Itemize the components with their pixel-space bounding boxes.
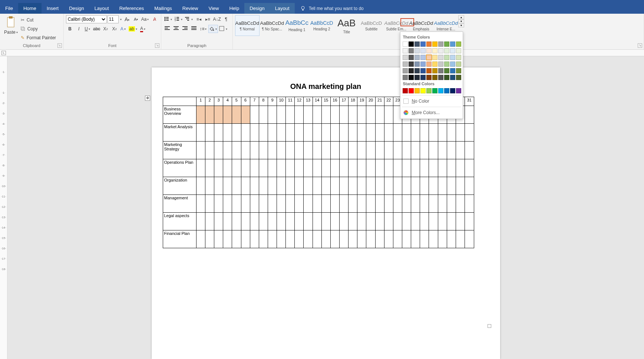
- plan-cell[interactable]: [411, 195, 420, 213]
- plan-cell[interactable]: [196, 230, 205, 248]
- plan-cell[interactable]: [438, 159, 447, 177]
- color-swatch[interactable]: [432, 62, 437, 67]
- plan-cell[interactable]: [321, 213, 330, 230]
- borders-button[interactable]: ▾: [219, 25, 228, 33]
- plan-cell[interactable]: [465, 124, 474, 142]
- plan-cell[interactable]: [402, 124, 411, 142]
- paste-button[interactable]: Paste▾: [4, 29, 19, 35]
- plan-cell[interactable]: [214, 195, 223, 213]
- plan-cell[interactable]: [411, 177, 420, 195]
- plan-cell[interactable]: [465, 177, 474, 195]
- plan-cell[interactable]: [375, 213, 384, 230]
- plan-cell[interactable]: [214, 230, 223, 248]
- plan-cell[interactable]: [259, 230, 268, 248]
- color-swatch[interactable]: [438, 62, 443, 67]
- plan-cell[interactable]: [259, 159, 268, 177]
- color-swatch[interactable]: [450, 62, 455, 67]
- plan-cell[interactable]: [196, 124, 205, 142]
- no-color-row[interactable]: No Color: [403, 97, 460, 106]
- font-color-button[interactable]: A▾: [139, 25, 147, 33]
- plan-cell[interactable]: [429, 195, 438, 213]
- color-swatch[interactable]: [444, 68, 449, 73]
- tab-selector[interactable]: L: [1, 51, 6, 55]
- plan-cell[interactable]: [447, 124, 456, 142]
- plan-cell[interactable]: [205, 230, 214, 248]
- plan-cell[interactable]: [250, 106, 259, 124]
- plan-cell[interactable]: [196, 213, 205, 230]
- plan-cell[interactable]: [357, 159, 366, 177]
- change-case-button[interactable]: Aa▾: [141, 15, 150, 23]
- plan-cell[interactable]: [420, 195, 429, 213]
- plan-cell[interactable]: [357, 124, 366, 142]
- color-swatch[interactable]: [409, 88, 414, 93]
- color-swatch[interactable]: [456, 75, 461, 80]
- plan-cell[interactable]: [277, 142, 286, 159]
- plan-cell[interactable]: [411, 230, 420, 248]
- plan-cell[interactable]: [214, 142, 223, 159]
- plan-cell[interactable]: [447, 195, 456, 213]
- plan-cell[interactable]: [384, 230, 393, 248]
- plan-cell[interactable]: [313, 106, 321, 124]
- more-colors-row[interactable]: More Colors...: [403, 108, 460, 117]
- color-swatch[interactable]: [420, 55, 426, 60]
- plan-cell[interactable]: [340, 213, 349, 230]
- plan-cell[interactable]: [304, 142, 313, 159]
- color-swatch[interactable]: [420, 41, 426, 47]
- plan-cell[interactable]: [223, 177, 232, 195]
- shading-button[interactable]: ▾: [208, 25, 218, 33]
- plan-cell[interactable]: [313, 195, 321, 213]
- plan-cell[interactable]: [465, 106, 474, 124]
- justify-button[interactable]: [190, 25, 198, 33]
- plan-cell[interactable]: [330, 124, 339, 142]
- plan-cell[interactable]: [447, 230, 456, 248]
- plan-cell[interactable]: [205, 124, 214, 142]
- format-painter-button[interactable]: ✎Format Painter: [20, 34, 61, 42]
- plan-cell[interactable]: [321, 124, 330, 142]
- plan-cell[interactable]: [384, 142, 393, 159]
- plan-cell[interactable]: [393, 213, 402, 230]
- plan-cell[interactable]: [321, 159, 330, 177]
- color-swatch[interactable]: [415, 62, 420, 67]
- color-swatch[interactable]: [432, 75, 437, 80]
- plan-cell[interactable]: [241, 213, 250, 230]
- color-swatch[interactable]: [450, 41, 455, 47]
- plan-cell[interactable]: [295, 159, 304, 177]
- tell-me[interactable]: Tell me what you want to do: [295, 3, 369, 14]
- plan-cell[interactable]: [259, 213, 268, 230]
- table-resize-handle[interactable]: [488, 324, 491, 328]
- color-swatch[interactable]: [444, 62, 449, 67]
- plan-cell[interactable]: [232, 177, 241, 195]
- plan-cell[interactable]: [438, 195, 447, 213]
- color-swatch[interactable]: [438, 48, 443, 53]
- plan-cell[interactable]: [196, 177, 205, 195]
- plan-cell[interactable]: [349, 177, 357, 195]
- plan-cell[interactable]: [393, 159, 402, 177]
- color-swatch[interactable]: [409, 68, 414, 73]
- tab-references[interactable]: References: [114, 3, 149, 14]
- plan-cell[interactable]: [384, 159, 393, 177]
- plan-cell[interactable]: [402, 142, 411, 159]
- plan-cell[interactable]: [402, 177, 411, 195]
- color-swatch[interactable]: [403, 75, 408, 80]
- color-swatch[interactable]: [444, 55, 449, 60]
- color-swatch[interactable]: [444, 88, 449, 93]
- plan-cell[interactable]: [304, 213, 313, 230]
- plan-cell[interactable]: [250, 177, 259, 195]
- color-swatch[interactable]: [403, 41, 408, 47]
- plan-cell[interactable]: [241, 106, 250, 124]
- plan-cell[interactable]: [313, 213, 321, 230]
- plan-cell[interactable]: [357, 213, 366, 230]
- plan-cell[interactable]: [321, 177, 330, 195]
- style-item[interactable]: AaBbCcDd¶ Normal: [235, 15, 260, 36]
- plan-cell[interactable]: [465, 230, 474, 248]
- plan-cell[interactable]: [438, 213, 447, 230]
- plan-cell[interactable]: [411, 159, 420, 177]
- font-dialog-launcher[interactable]: ↘: [155, 43, 159, 48]
- color-swatch[interactable]: [444, 41, 449, 47]
- plan-cell[interactable]: [295, 142, 304, 159]
- font-size-input[interactable]: [108, 15, 119, 23]
- plan-cell[interactable]: [429, 213, 438, 230]
- plan-cell[interactable]: [349, 195, 357, 213]
- plan-cell[interactable]: [205, 213, 214, 230]
- document-area[interactable]: ONA marketing plan ✥ 1234567891011121314…: [7, 56, 644, 359]
